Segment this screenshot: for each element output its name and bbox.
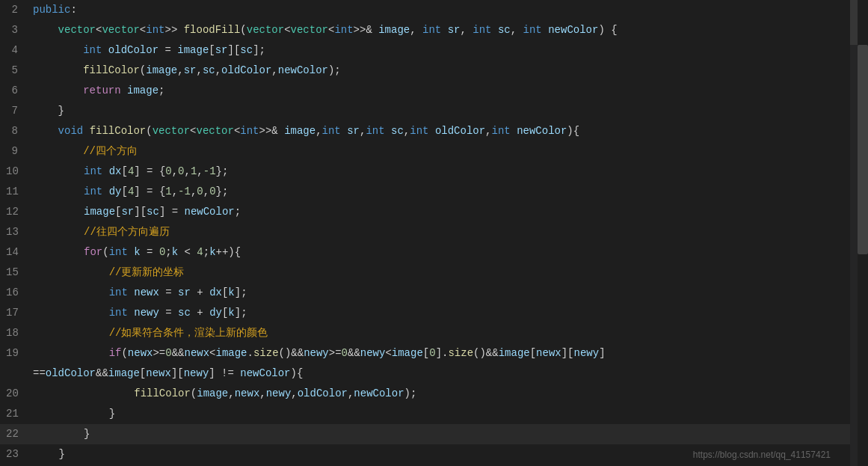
- line-number-13: 13: [0, 222, 31, 242]
- code-line-22: 22 }: [0, 424, 868, 444]
- scrollbar[interactable]: [858, 0, 868, 466]
- line-content-11: int dy[4] = {1,-1,0,0};: [31, 182, 868, 202]
- line-content-10: int dx[4] = {0,0,1,-1};: [31, 162, 868, 182]
- line-content-4: int oldColor = image[sr][sc];: [30, 40, 868, 61]
- code-line-21: 21 }: [0, 404, 868, 424]
- line-number-16: 16: [0, 283, 31, 303]
- line-content-14: for(int k = 0;k < 4;k++){: [31, 242, 868, 263]
- line-number-19: 19: [0, 343, 31, 364]
- line-content-18: //如果符合条件，渲染上新的颜色: [31, 323, 868, 343]
- line-content-6: return image;: [30, 81, 868, 101]
- code-line-18: 18 //如果符合条件，渲染上新的颜色: [0, 323, 868, 343]
- line-number-17: 17: [0, 303, 31, 323]
- code-line-10: 10 int dx[4] = {0,0,1,-1};: [0, 162, 868, 182]
- watermark: https://blog.csdn.net/qq_41157421: [693, 450, 831, 460]
- line-number-6: 6: [0, 81, 30, 101]
- code-line-17: 17 int newy = sc + dy[k];: [0, 303, 868, 323]
- line-content-19-cont: ==oldColor&&image[newx][newy] != newColo…: [30, 364, 868, 384]
- code-line-3: 3 vector<vector<int>> floodFill(vector<v…: [0, 20, 868, 40]
- line-number-9: 9: [0, 141, 30, 162]
- line-content-7: }: [30, 101, 868, 121]
- line-number-4: 4: [0, 40, 30, 61]
- minimap: [850, 0, 858, 466]
- code-line-16: 16 int newx = sr + dx[k];: [0, 283, 868, 303]
- code-line-8: 8 void fillColor(vector<vector<int>>& im…: [0, 121, 868, 141]
- code-line-5: 5 fillColor(image,sr,sc,oldColor,newColo…: [0, 61, 868, 81]
- line-number-12: 12: [0, 202, 31, 222]
- line-content-13: //往四个方向遍历: [31, 222, 868, 242]
- line-number-7: 7: [0, 101, 30, 121]
- line-content-2: public:: [30, 0, 868, 20]
- line-content-22: }: [31, 424, 868, 444]
- code-line-12: 12 image[sr][sc] = newColor;: [0, 202, 868, 222]
- line-content-3: vector<vector<int>> floodFill(vector<vec…: [30, 20, 868, 40]
- scrollbar-thumb[interactable]: [858, 45, 868, 254]
- line-number-2: 2: [0, 0, 30, 20]
- line-content-15: //更新新的坐标: [31, 263, 868, 283]
- line-number-23: 23: [0, 444, 31, 465]
- code-line-6: 6 return image;: [0, 81, 868, 101]
- code-line-15: 15 //更新新的坐标: [0, 263, 868, 283]
- line-number-15: 15: [0, 263, 31, 283]
- line-number-3: 3: [0, 20, 30, 40]
- line-number-20: 20: [0, 384, 31, 404]
- minimap-viewport: [850, 0, 858, 45]
- line-number-21: 21: [0, 404, 31, 424]
- code-editor: 2 public: 3 vector<vector<int>> floodFil…: [0, 0, 868, 466]
- line-content-20: fillColor(image,newx,newy,oldColor,newCo…: [31, 384, 868, 404]
- code-line-2: 2 public:: [0, 0, 868, 20]
- code-line-11: 11 int dy[4] = {1,-1,0,0};: [0, 182, 868, 202]
- code-line-7: 7 }: [0, 101, 868, 121]
- line-number-14: 14: [0, 242, 31, 263]
- code-line-14: 14 for(int k = 0;k < 4;k++){: [0, 242, 868, 263]
- line-content-21: }: [31, 404, 868, 424]
- code-line-19: 19 if(newx>=0&&newx<image.size()&&newy>=…: [0, 343, 868, 384]
- line-number-10: 10: [0, 162, 31, 182]
- code-line-20: 20 fillColor(image,newx,newy,oldColor,ne…: [0, 384, 868, 404]
- line-content-5: fillColor(image,sr,sc,oldColor,newColor)…: [30, 61, 868, 81]
- line-content-19: if(newx>=0&&newx<image.size()&&newy>=0&&…: [31, 343, 868, 364]
- code-line-4: 4 int oldColor = image[sr][sc];: [0, 40, 868, 61]
- line-content-8: void fillColor(vector<vector<int>>& imag…: [30, 121, 868, 141]
- line-number-19-cont: [0, 364, 30, 384]
- line-content-16: int newx = sr + dx[k];: [31, 283, 868, 303]
- line-number-18: 18: [0, 323, 31, 343]
- line-number-11: 11: [0, 182, 31, 202]
- line-number-8: 8: [0, 121, 30, 141]
- code-line-13: 13 //往四个方向遍历: [0, 222, 868, 242]
- line-number-5: 5: [0, 61, 30, 81]
- code-line-9: 9 //四个方向: [0, 141, 868, 162]
- line-number-22: 22: [0, 424, 31, 444]
- line-content-9: //四个方向: [30, 141, 868, 162]
- line-content-17: int newy = sc + dy[k];: [31, 303, 868, 323]
- line-content-12: image[sr][sc] = newColor;: [31, 202, 868, 222]
